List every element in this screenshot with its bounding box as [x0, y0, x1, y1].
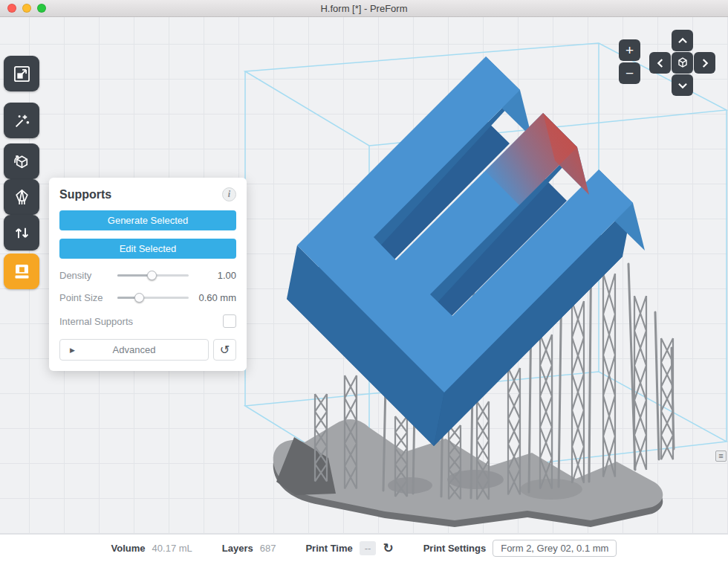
- advanced-label: Advanced: [113, 344, 156, 355]
- refresh-icon: ↻: [383, 541, 393, 555]
- chevron-left-icon: [652, 55, 669, 71]
- generate-selected-button[interactable]: Generate Selected: [59, 210, 236, 230]
- status-bar: Volume 40.17 mL Layers 687 Print Time --…: [0, 534, 728, 562]
- print-settings-button[interactable]: Form 2, Grey 02, 0.1 mm: [493, 540, 617, 557]
- print-time-group: Print Time -- ↻: [305, 540, 393, 556]
- orientation-tool-button[interactable]: [4, 143, 39, 179]
- volume-value: 40.17 mL: [152, 543, 192, 554]
- supports-icon: [12, 187, 32, 207]
- printer-button[interactable]: [4, 253, 39, 289]
- orientation-cube-icon: [12, 152, 32, 172]
- maximize-button[interactable]: [37, 4, 46, 13]
- point-size-slider[interactable]: [117, 293, 189, 303]
- supports-tool-button[interactable]: [4, 179, 39, 215]
- print-time-label: Print Time: [305, 543, 352, 554]
- window-title: H.form [*] - PreForm: [320, 3, 407, 14]
- titlebar: H.form [*] - PreForm: [0, 0, 728, 17]
- volume-label: Volume: [111, 543, 146, 554]
- point-size-value: 0.60 mm: [193, 292, 236, 303]
- point-size-label: Point Size: [59, 292, 113, 303]
- view-dpad: [649, 30, 715, 96]
- minimize-button[interactable]: [22, 4, 31, 13]
- rotate-up-button[interactable]: [672, 30, 693, 51]
- size-tool-button[interactable]: [4, 56, 39, 91]
- print-settings-label: Print Settings: [423, 543, 487, 554]
- edit-selected-button[interactable]: Edit Selected: [59, 239, 236, 259]
- layer-slider-handle[interactable]: ≡: [715, 450, 727, 462]
- internal-supports-checkbox[interactable]: [223, 314, 236, 328]
- left-toolbar: [4, 56, 39, 289]
- chevron-down-icon: [675, 77, 691, 94]
- reset-defaults-button[interactable]: ↺: [213, 339, 236, 361]
- density-label: Density: [59, 270, 113, 281]
- chevron-up-icon: [675, 33, 691, 49]
- zoom-in-button[interactable]: +: [619, 39, 640, 61]
- layout-arrows-icon: [12, 223, 32, 243]
- reset-icon: ↺: [220, 343, 230, 357]
- density-slider[interactable]: [117, 271, 189, 280]
- view-home-button[interactable]: [672, 52, 693, 74]
- layout-tool-button[interactable]: [4, 215, 39, 251]
- print-time-value: --: [360, 541, 377, 555]
- internal-supports-label: Internal Supports: [59, 316, 133, 327]
- supports-panel-title: Supports: [59, 188, 111, 201]
- density-value: 1.00: [193, 270, 236, 281]
- advanced-caret-icon: ▶: [70, 346, 75, 354]
- supports-panel: Supports i Generate Selected Edit Select…: [49, 178, 247, 371]
- zoom-out-button[interactable]: −: [619, 62, 640, 84]
- density-slider-knob[interactable]: [147, 271, 157, 280]
- one-click-print-tool-button[interactable]: [4, 103, 39, 138]
- point-size-row: Point Size 0.60 mm: [59, 292, 236, 303]
- refresh-print-time-button[interactable]: ↻: [383, 540, 393, 556]
- layers-group: Layers 687: [222, 543, 276, 554]
- layers-label: Layers: [222, 543, 253, 554]
- close-button[interactable]: [7, 4, 16, 13]
- info-icon[interactable]: i: [222, 187, 236, 201]
- magic-wand-icon: [12, 111, 32, 131]
- size-icon: [12, 64, 32, 84]
- layers-value: 687: [260, 543, 276, 554]
- chevron-right-icon: [697, 55, 713, 71]
- internal-supports-row: Internal Supports: [59, 314, 236, 328]
- rotate-left-button[interactable]: [649, 52, 671, 74]
- volume-group: Volume 40.17 mL: [111, 543, 192, 554]
- rotate-right-button[interactable]: [694, 52, 715, 74]
- point-size-slider-knob[interactable]: [134, 293, 144, 303]
- advanced-expander[interactable]: ▶ Advanced: [59, 339, 209, 361]
- zoom-controls: + −: [619, 39, 640, 84]
- printer-icon: [12, 262, 32, 282]
- model-mesh[interactable]: [287, 56, 645, 446]
- view-cube-icon: [675, 55, 691, 71]
- rotate-down-button[interactable]: [672, 74, 693, 96]
- print-settings-group: Print Settings Form 2, Grey 02, 0.1 mm: [423, 540, 617, 557]
- density-row: Density 1.00: [59, 270, 236, 281]
- traffic-lights: [7, 4, 46, 13]
